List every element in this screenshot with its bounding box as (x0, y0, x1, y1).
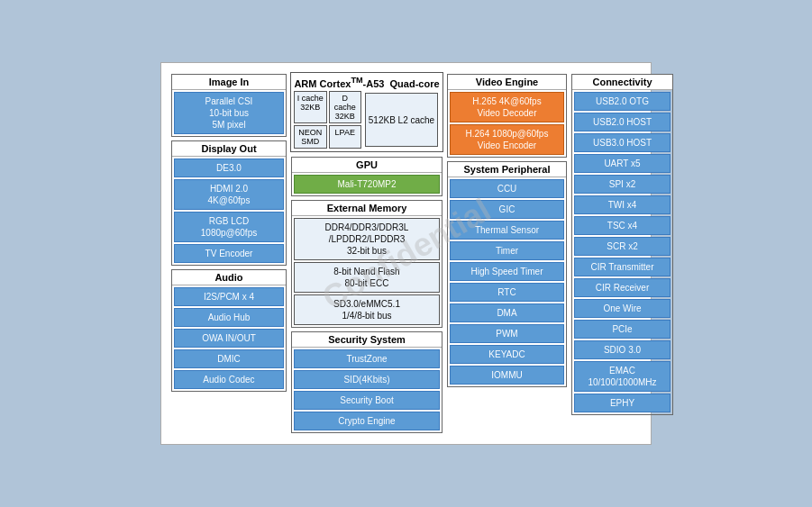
i2s-block: I2S/PCM x 4 (174, 287, 284, 306)
usb30-host-block: USB3.0 HOST (574, 133, 671, 152)
uart-block: UART x5 (574, 154, 671, 173)
ext-mem-title: External Memory (292, 201, 442, 216)
column-2: ARM CortexTM-A53 Quad-core I cache32KB D… (290, 72, 443, 436)
spi-block: SPI x2 (574, 175, 671, 194)
gpu-title: GPU (292, 158, 442, 173)
security-title: Security System (292, 332, 442, 348)
de30-block: DE3.0 (174, 158, 284, 177)
hdmi-block: HDMI 2.04K@60fps (174, 179, 284, 210)
icache-block: I cache32KB (294, 91, 327, 123)
video-engine-section: Video Engine H.265 4K@60fpsVideo Decoder… (447, 74, 567, 158)
sys-peripheral-section: System Peripheral CCU GIC Thermal Sensor… (447, 161, 567, 387)
usb20-otg-block: USB2.0 OTG (574, 92, 671, 111)
rtc-block: RTC (450, 283, 564, 302)
h264-block: H.264 1080p@60fpsVideo Encoder (450, 124, 564, 155)
arm-title: ARM CortexTM-A53 Quad-core (294, 76, 440, 89)
dcache-block: D cache32KB (329, 91, 362, 123)
ccu-block: CCU (450, 179, 564, 198)
gic-block: GIC (450, 200, 564, 219)
arm-inner: I cache32KB D cache32KB NEONSMD LPAE 512… (294, 91, 440, 149)
display-out-section: Display Out DE3.0 HDMI 2.04K@60fps RGB L… (171, 140, 287, 266)
column-3: Video Engine H.265 4K@60fpsVideo Decoder… (446, 72, 568, 436)
tv-encoder-block: TV Encoder (174, 244, 284, 263)
crypto-engine-block: Crypto Engine (294, 412, 440, 430)
dma-block: DMA (450, 303, 564, 322)
iommu-block: IOMMU (450, 366, 564, 385)
security-boot-block: Security Boot (294, 391, 440, 410)
sdio-block: SDIO 3.0 (574, 340, 671, 359)
sid-block: SID(4Kbits) (294, 370, 440, 389)
thermal-sensor-block: Thermal Sensor (450, 221, 564, 240)
rgb-lcd-block: RGB LCD1080p@60fps (174, 212, 284, 242)
sys-peripheral-title: System Peripheral (448, 162, 566, 177)
high-speed-timer-block: High Speed Timer (450, 262, 564, 281)
cir-tx-block: CIR Transmitter (574, 258, 671, 276)
audio-section: Audio I2S/PCM x 4 Audio Hub OWA IN/OUT D… (171, 269, 287, 392)
keyadc-block: KEYADC (450, 345, 564, 364)
chip-diagram: Confidential Image In Parallel CSI10-bit… (160, 62, 652, 446)
neon-block: NEONSMD (294, 125, 327, 149)
arm-section: ARM CortexTM-A53 Quad-core I cache32KB D… (290, 72, 443, 153)
one-wire-block: One Wire (574, 299, 671, 318)
timer-block: Timer (450, 241, 564, 260)
connectivity-title: Connectivity (572, 75, 672, 90)
audio-hub-block: Audio Hub (174, 308, 284, 327)
image-in-section: Image In Parallel CSI10-bit bus5M pixel (171, 74, 287, 137)
column-1: Image In Parallel CSI10-bit bus5M pixel … (170, 72, 287, 436)
security-section: Security System TrustZone SID(4Kbits) Se… (291, 331, 442, 433)
column-4: Connectivity USB2.0 OTG USB2.0 HOST USB3… (570, 72, 674, 436)
audio-codec-block: Audio Codec (174, 370, 284, 389)
lpae-block: LPAE (329, 125, 362, 149)
ephy-block: EPHY (574, 394, 671, 412)
parallel-csi-block: Parallel CSI10-bit bus5M pixel (174, 92, 284, 134)
twi-block: TWI x4 (574, 195, 671, 214)
video-engine-title: Video Engine (448, 75, 566, 90)
owa-block: OWA IN/OUT (174, 329, 284, 348)
usb20-host-block: USB2.0 HOST (574, 113, 671, 131)
display-out-title: Display Out (172, 141, 286, 157)
audio-title: Audio (172, 270, 286, 285)
pcie-block: PCIe (574, 320, 671, 339)
cir-rx-block: CIR Receiver (574, 278, 671, 297)
scr-block: SCR x2 (574, 237, 671, 256)
image-in-title: Image In (172, 75, 286, 90)
cache-grid: I cache32KB D cache32KB NEONSMD LPAE (294, 91, 361, 149)
connectivity-section: Connectivity USB2.0 OTG USB2.0 HOST USB3… (571, 74, 673, 415)
h265-block: H.265 4K@60fpsVideo Decoder (450, 92, 564, 122)
trustzone-block: TrustZone (294, 349, 440, 368)
arm-cache-grid: I cache32KB D cache32KB NEONSMD LPAE (294, 91, 361, 149)
gpu-section: GPU Mali-T720MP2 (291, 157, 442, 196)
mali-block: Mali-T720MP2 (294, 175, 440, 194)
ddr-block: DDR4/DDR3/DDR3L/LPDDR2/LPDDR332-bit bus (294, 218, 440, 260)
emmc-block: SD3.0/eMMC5.11/4/8-bit bus (294, 294, 440, 325)
tsc-block: TSC x4 (574, 216, 671, 235)
dmic-block: DMIC (174, 349, 284, 368)
pwm-block: PWM (450, 324, 564, 343)
emac-block: EMAC10/100/1000MHz (574, 361, 671, 392)
ext-mem-section: External Memory DDR4/DDR3/DDR3L/LPDDR2/L… (291, 200, 442, 328)
l2cache-block: 512KB L2 cache (365, 93, 438, 147)
nand-block: 8-bit Nand Flash80-bit ECC (294, 262, 440, 293)
